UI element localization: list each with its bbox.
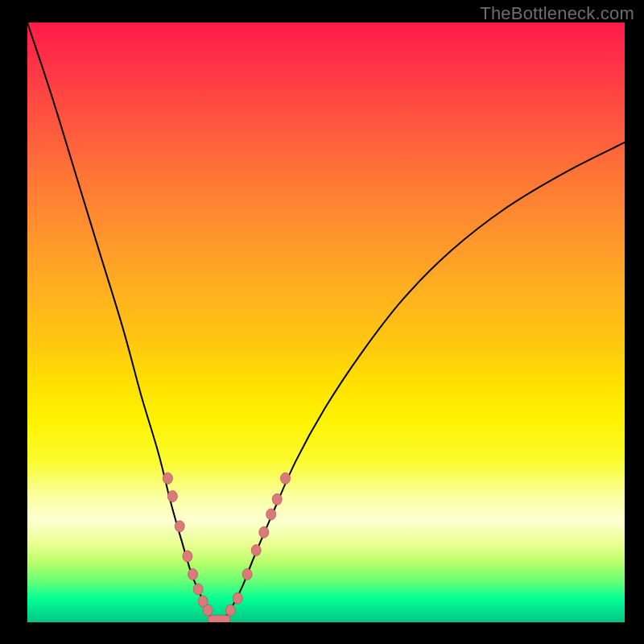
curve-layer <box>27 23 625 622</box>
data-marker <box>163 473 172 484</box>
right-arm-curve <box>225 142 625 619</box>
data-marker <box>167 491 177 502</box>
data-marker <box>233 592 242 604</box>
minimum-segment <box>208 615 230 622</box>
data-marker <box>225 605 235 616</box>
data-marker <box>272 493 282 505</box>
data-marker <box>193 584 203 595</box>
data-marker <box>183 551 192 562</box>
chart-frame: TheBottleneck.com <box>0 0 644 644</box>
data-marker <box>281 473 291 484</box>
plot-area <box>27 23 625 622</box>
data-marker <box>175 521 184 532</box>
left-arm-curve <box>27 23 213 619</box>
data-marker <box>188 568 198 580</box>
data-marker <box>203 605 213 616</box>
data-marker <box>251 545 261 556</box>
data-marker <box>266 509 276 520</box>
watermark-text: TheBottleneck.com <box>480 3 634 24</box>
data-marker <box>259 526 269 538</box>
left-arm-dots <box>163 473 213 616</box>
data-marker <box>242 568 252 580</box>
